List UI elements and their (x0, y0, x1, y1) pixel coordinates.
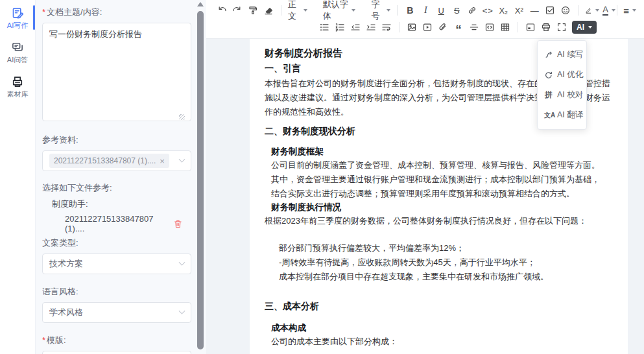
template-select[interactable]: 通用模板 (42, 351, 191, 354)
nav-item-ai-writing[interactable]: AI写作 (0, 6, 35, 30)
reference-select[interactable]: 2021122715133847807 (1).... × (42, 150, 191, 171)
proofread-icon: 拼 (544, 89, 553, 100)
font-size-select[interactable]: 字号 (369, 3, 392, 18)
reference-label: 参考资料: (42, 134, 187, 146)
app: AI写作 AI问答 素材库 *文档主题/内容: 写一份财务制度分析报告 (0, 0, 644, 354)
left-nav: AI写作 AI问答 素材库 (0, 0, 36, 354)
nav-item-label: AI写作 (7, 21, 28, 29)
nav-item-label: 素材库 (7, 90, 29, 98)
doc-type-label: 文案类型: (42, 237, 187, 249)
tag-close-icon[interactable]: × (160, 157, 165, 165)
italic-icon[interactable]: I (418, 3, 433, 18)
doc-paragraph: 根据2023年前三季度的财务数据，公司整体财务制度执行情况良好，但存在以下问题： (265, 214, 617, 228)
chevron-down-icon (179, 156, 185, 162)
nav-item-label: AI问答 (7, 56, 28, 64)
caret-down-icon (612, 9, 615, 12)
inline-code-icon[interactable]: <> (480, 3, 495, 18)
format-painter-icon[interactable] (245, 3, 261, 18)
nav-item-ai-qa[interactable]: AI问答 (0, 41, 35, 65)
superscript-icon[interactable]: X² (511, 3, 527, 18)
menu-item-ai-translate[interactable]: 文A AI 翻译 (538, 105, 586, 125)
outdent-icon[interactable] (348, 19, 363, 35)
table-icon[interactable] (497, 19, 513, 35)
menu-item-ai-proofread[interactable]: 拼 AI 校对 (538, 85, 586, 105)
ai-dropdown-menu: AI 续写 AI 优化 拼 AI 校对 文A AI 翻译 (537, 40, 587, 130)
menu-item-ai-optimize[interactable]: AI 优化 (538, 65, 586, 85)
caret-down-icon (304, 9, 307, 12)
font-family-select[interactable]: 默认字体 (321, 3, 358, 18)
divider-icon[interactable] (466, 19, 482, 35)
bullet-list-icon[interactable] (316, 19, 332, 35)
blockquote-icon[interactable]: “ (451, 19, 466, 35)
insert-panel-icon[interactable] (523, 19, 538, 35)
doc-subheading: 财务制度执行情况 (271, 201, 617, 214)
chat-icon (11, 41, 24, 54)
doc-heading: 三、成本分析 (265, 300, 617, 313)
highlight-color-icon[interactable] (583, 3, 601, 18)
caret-down-icon (588, 26, 592, 29)
underline-icon[interactable]: U (433, 3, 449, 18)
indent-icon[interactable] (363, 19, 379, 35)
doc-list: 部分部门预算执行偏差较大，平均偏差率为12%； -周转效率有待提高，应收账款周转… (279, 241, 617, 284)
fullscreen-icon[interactable] (554, 19, 569, 35)
caret-down-icon (595, 9, 599, 12)
topic-label: *文档主题/内容: (42, 6, 187, 18)
topic-textarea[interactable]: 写一份财务制度分析报告 (42, 23, 191, 121)
font-color-icon[interactable]: A (601, 3, 617, 18)
optimize-icon (544, 71, 553, 80)
reference-file-row: 2021122715133847807 (1).... (65, 214, 187, 233)
doc-edit-icon (11, 6, 24, 19)
eraser-icon[interactable] (261, 3, 276, 18)
link-icon[interactable] (464, 3, 480, 18)
task-list-icon[interactable] (542, 3, 558, 18)
panel-scrollbar[interactable] (196, 0, 204, 354)
align-icon[interactable]: ≡ (622, 3, 638, 18)
ai-writing-form: *文档主题/内容: 写一份财务制度分析报告 参考资料: 202112271513… (36, 0, 206, 354)
doc-paragraph: 公司的成本主要由以下部分构成： (271, 335, 617, 349)
library-icon (11, 75, 24, 88)
file-ref-label: 选择如下文件参考: (42, 182, 187, 194)
nav-item-material-library[interactable]: 素材库 (0, 75, 35, 99)
scroll-up-arrow-icon[interactable] (197, 2, 204, 6)
scrollbar-thumb[interactable] (197, 11, 204, 349)
doc-subheading: 成本构成 (271, 322, 617, 335)
paragraph-style-select[interactable]: 正文 (286, 3, 309, 18)
caret-down-icon (387, 9, 390, 12)
style-label: 语言风格: (42, 286, 187, 298)
emoji-icon[interactable] (558, 3, 573, 18)
doc-type-select[interactable]: 技术方案 (42, 254, 191, 274)
undo-icon[interactable] (214, 3, 230, 18)
doc-paragraph: 公司目前的制度涵盖了资金管理、成本控制、预算管理、核算与报告、风险管理等方面。 … (271, 158, 617, 201)
continue-writing-icon (544, 51, 553, 60)
style-select[interactable]: 学术风格 (42, 302, 191, 323)
translate-icon: 文A (544, 111, 553, 120)
code-block-icon[interactable] (482, 19, 497, 35)
doc-subheading: 财务制度框架 (271, 145, 617, 158)
print-icon[interactable] (538, 19, 554, 35)
video-icon[interactable] (420, 19, 435, 35)
image-icon[interactable] (404, 19, 420, 35)
assistant-label: 制度助手: (52, 198, 187, 210)
trash-icon[interactable] (173, 219, 183, 229)
redo-icon[interactable] (230, 3, 245, 18)
ordered-list-icon[interactable] (332, 19, 348, 35)
editor-toolbar: 正文 默认字体 字号 B I U S <> X₂ X² — A (206, 0, 644, 39)
attachment-icon[interactable] (435, 19, 451, 35)
strikethrough-icon[interactable]: S (449, 3, 464, 18)
reference-file-name: 2021122715133847807 (1).... (65, 214, 173, 233)
subscript-icon[interactable]: X₂ (495, 3, 511, 18)
menu-item-ai-continue[interactable]: AI 续写 (538, 45, 586, 65)
bold-icon[interactable]: B (402, 3, 418, 18)
template-label: *模版: (42, 335, 187, 346)
text-wrap-icon[interactable] (379, 19, 394, 35)
caret-down-icon (632, 9, 636, 12)
caret-down-icon (352, 9, 355, 12)
required-mark: * (42, 7, 45, 17)
chevron-down-icon (179, 259, 185, 265)
chevron-down-icon (179, 307, 185, 314)
reference-tag: 2021122715133847807 (1).... × (49, 154, 169, 168)
editor-area: 正文 默认字体 字号 B I U S <> X₂ X² — A (206, 0, 644, 354)
horizontal-rule-icon[interactable]: — (527, 3, 542, 18)
ai-menu-button[interactable]: AI (572, 21, 597, 34)
